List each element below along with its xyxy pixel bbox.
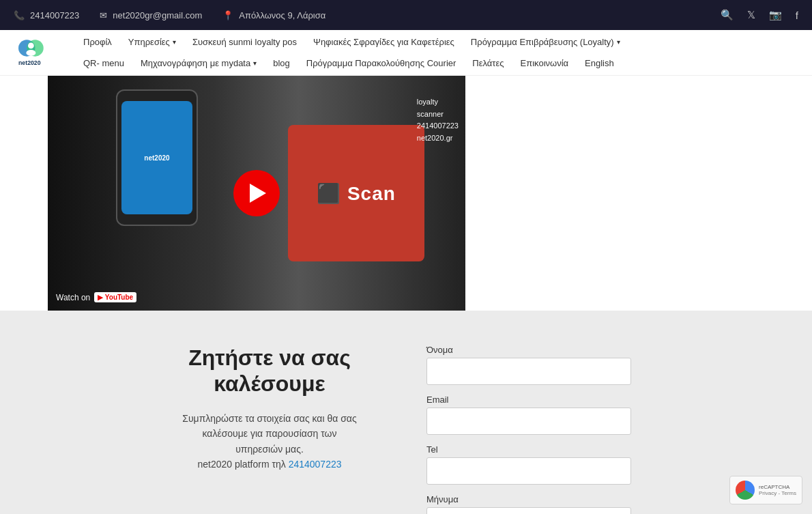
form-group-email: Email xyxy=(426,395,631,435)
message-textarea[interactable] xyxy=(426,507,631,514)
play-button[interactable] xyxy=(233,170,280,216)
location-icon: 📍 xyxy=(222,10,233,20)
video-player[interactable]: net2020 ⬛ Scan loyalty scanner 241400722… xyxy=(48,76,465,311)
recaptcha-badge: reCAPTCHA Privacy - Terms xyxy=(729,476,802,504)
form-group-message: Μήνυμα xyxy=(426,494,631,514)
nav-epikoinonia[interactable]: Επικοινωνία xyxy=(512,53,577,74)
topbar-social: 🔍 𝕏 📷 f xyxy=(721,9,798,21)
topbar: 📞 2414007223 ✉ net2020gr@gmail.com 📍 Από… xyxy=(0,0,812,30)
nav-psifiakes[interactable]: Ψηφιακές Σφραγίδες για Καφετέριες xyxy=(305,31,463,53)
main-content: net2020 ⬛ Scan loyalty scanner 241400722… xyxy=(0,76,812,311)
watch-on-youtube[interactable]: Watch on ▶ YouTube xyxy=(56,292,136,302)
nav-qrmenu[interactable]: QR- menu xyxy=(75,53,132,74)
form-group-name: Όνομα xyxy=(426,345,631,385)
thumb-phone: net2020 xyxy=(116,89,198,226)
message-label: Μήνυμα xyxy=(426,494,631,504)
nav-profil[interactable]: Προφίλ xyxy=(75,31,120,53)
navbar: net2020 Προφίλ Υπηρεσίες ▾ Συσκευή sunmi… xyxy=(0,30,812,76)
video-section: net2020 ⬛ Scan loyalty scanner 241400722… xyxy=(0,76,812,311)
instagram-icon[interactable]: 📷 xyxy=(769,9,782,21)
chevron-down-icon-2: ▾ xyxy=(617,38,620,46)
logo[interactable]: net2020 xyxy=(14,30,61,75)
svg-point-3 xyxy=(26,50,35,56)
nav-mydata[interactable]: Μηχανογράφηση με mydata ▾ xyxy=(132,53,265,74)
nav-english[interactable]: English xyxy=(577,53,622,74)
name-label: Όνομα xyxy=(426,345,631,355)
facebook-icon[interactable]: f xyxy=(796,10,798,21)
topbar-phone: 📞 2414007223 xyxy=(14,10,79,20)
topbar-address: 📍 Απόλλωνος 9, Λάρισα xyxy=(222,10,325,20)
nav-sunmi[interactable]: Συσκευή sunmi loyalty pos xyxy=(184,31,305,53)
topbar-email: ✉ net2020gr@gmail.com xyxy=(100,10,202,20)
phone-icon: 📞 xyxy=(14,10,25,20)
chevron-down-icon: ▾ xyxy=(173,38,176,46)
nav-loyalty[interactable]: Πρόγραμμα Επιβράβευσης (Loyalty) ▾ xyxy=(463,31,628,53)
recaptcha-text-area: reCAPTCHA Privacy - Terms xyxy=(759,484,796,496)
email-input[interactable] xyxy=(426,408,631,435)
thumb-text-overlay: loyalty scanner 2414007223 net2020.gr xyxy=(417,96,459,144)
nav-ypiresies[interactable]: Υπηρεσίες ▾ xyxy=(120,31,184,53)
twitter-icon[interactable]: 𝕏 xyxy=(747,9,755,21)
youtube-logo: ▶ YouTube xyxy=(94,292,136,302)
form-title: Ζητήστε να σας καλέσουμε xyxy=(181,345,358,397)
thumb-phone-screen: net2020 xyxy=(121,101,192,215)
recaptcha-label: reCAPTCHA xyxy=(759,484,796,490)
form-left: Ζητήστε να σας καλέσουμε Συμπληρώστε τα … xyxy=(181,345,358,472)
nav-courier[interactable]: Πρόγραμμα Παρακολούθησης Courier xyxy=(298,53,465,74)
thumb-scan-card: ⬛ Scan xyxy=(288,125,424,261)
chevron-down-icon-3: ▾ xyxy=(253,59,257,67)
recaptcha-links[interactable]: Privacy - Terms xyxy=(759,490,796,496)
form-phone-link[interactable]: 2414007223 xyxy=(289,459,342,470)
play-triangle-icon xyxy=(250,184,266,203)
nav-pelates[interactable]: Πελάτες xyxy=(464,53,512,74)
form-section: Ζητήστε να σας καλέσουμε Συμπληρώστε τα … xyxy=(0,311,812,514)
name-input[interactable] xyxy=(426,358,631,385)
email-icon: ✉ xyxy=(100,10,107,20)
nav-blog[interactable]: blog xyxy=(265,53,298,74)
nav-row-1: Προφίλ Υπηρεσίες ▾ Συσκευή sunmi loyalty… xyxy=(75,31,798,53)
tel-label: Tel xyxy=(426,444,631,455)
svg-text:net2020: net2020 xyxy=(18,59,41,66)
email-label: Email xyxy=(426,395,631,405)
form-group-tel: Tel xyxy=(426,444,631,485)
recaptcha-logo xyxy=(736,481,755,500)
form-description: Συμπληρώστε τα στοιχεία σας και θα σας κ… xyxy=(181,411,358,472)
search-icon[interactable]: 🔍 xyxy=(721,9,734,21)
svg-point-2 xyxy=(28,43,34,49)
nav-links: Προφίλ Υπηρεσίες ▾ Συσκευή sunmi loyalty… xyxy=(75,31,798,74)
form-right: Όνομα Email Tel Μήνυμα Αποστολή xyxy=(426,345,631,514)
nav-row-2: QR- menu Μηχανογράφηση με mydata ▾ blog … xyxy=(75,53,798,74)
tel-input[interactable] xyxy=(426,457,631,485)
